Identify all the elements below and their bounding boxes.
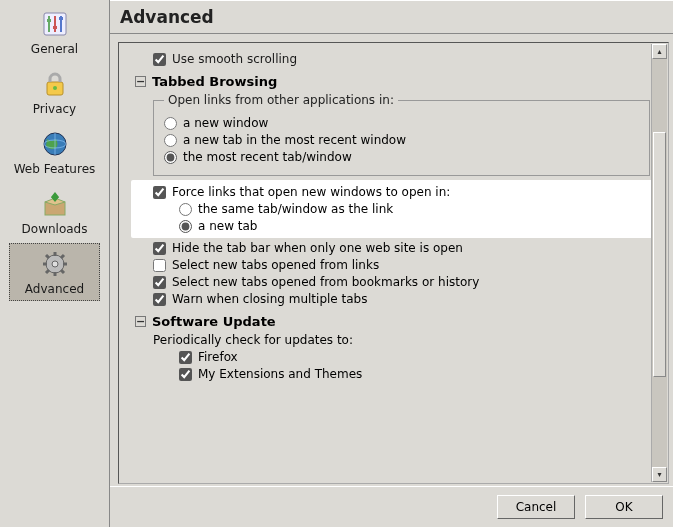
scroll-up-icon[interactable]: ▴ [652, 44, 667, 59]
sidebar-item-general[interactable]: General [9, 3, 100, 61]
scroll-track[interactable] [652, 59, 667, 467]
open-links-group: Open links from other applications in: a… [153, 93, 650, 176]
sidebar-item-advanced[interactable]: Advanced [9, 243, 100, 301]
open-new-tab-recent-label: a new tab in the most recent window [183, 133, 406, 147]
sidebar-item-downloads[interactable]: Downloads [9, 183, 100, 241]
cancel-button[interactable]: Cancel [497, 495, 575, 519]
sidebar-label: Web Features [14, 162, 96, 176]
update-subhead: Periodically check for updates to: [153, 333, 353, 347]
svg-line-23 [61, 270, 64, 273]
open-most-recent-radio[interactable] [164, 151, 177, 164]
ok-button[interactable]: OK [585, 495, 663, 519]
lock-icon [39, 68, 71, 100]
collapse-icon[interactable]: − [135, 316, 146, 327]
settings-panel: Use smooth scrolling − Tabbed Browsing O… [118, 42, 669, 484]
section-title: Software Update [152, 314, 276, 329]
update-extensions-checkbox[interactable] [179, 368, 192, 381]
svg-line-24 [61, 255, 64, 258]
sliders-icon [39, 8, 71, 40]
warn-closing-label: Warn when closing multiple tabs [172, 292, 367, 306]
sidebar-item-privacy[interactable]: Privacy [9, 63, 100, 121]
select-links-checkbox[interactable] [153, 259, 166, 272]
open-new-tab-recent-radio[interactable] [164, 134, 177, 147]
open-most-recent-label: the most recent tab/window [183, 150, 352, 164]
svg-point-17 [52, 261, 58, 267]
gear-icon [39, 248, 71, 280]
open-new-window-label: a new window [183, 116, 268, 130]
scroll-down-icon[interactable]: ▾ [652, 467, 667, 482]
svg-line-25 [46, 270, 49, 273]
force-new-tab-radio[interactable] [179, 220, 192, 233]
section-title: Tabbed Browsing [152, 74, 277, 89]
force-links-label: Force links that open new windows to ope… [172, 185, 450, 199]
update-extensions-label: My Extensions and Themes [198, 367, 362, 381]
hide-tab-bar-checkbox[interactable] [153, 242, 166, 255]
smooth-scrolling-label: Use smooth scrolling [172, 52, 297, 66]
sidebar-label: Privacy [33, 102, 76, 116]
force-same-tab-label: the same tab/window as the link [198, 202, 393, 216]
force-same-tab-radio[interactable] [179, 203, 192, 216]
preferences-sidebar: General Privacy Web Feature [0, 0, 110, 527]
sidebar-label: Advanced [25, 282, 84, 296]
svg-line-22 [46, 255, 49, 258]
force-links-checkbox[interactable] [153, 186, 166, 199]
select-links-label: Select new tabs opened from links [172, 258, 379, 272]
hide-tab-bar-label: Hide the tab bar when only one web site … [172, 241, 463, 255]
warn-closing-checkbox[interactable] [153, 293, 166, 306]
update-firefox-label: Firefox [198, 350, 238, 364]
download-box-icon [39, 188, 71, 220]
smooth-scrolling-checkbox[interactable] [153, 53, 166, 66]
select-bookmarks-checkbox[interactable] [153, 276, 166, 289]
svg-rect-4 [47, 19, 51, 22]
globe-icon [39, 128, 71, 160]
dialog-footer: Cancel OK [110, 486, 673, 527]
collapse-icon[interactable]: − [135, 76, 146, 87]
sidebar-label: Downloads [22, 222, 88, 236]
section-software-update[interactable]: − Software Update [135, 314, 654, 329]
page-title: Advanced [110, 0, 673, 34]
sidebar-label: General [31, 42, 78, 56]
force-new-tab-label: a new tab [198, 219, 257, 233]
svg-rect-5 [53, 26, 57, 29]
select-bookmarks-label: Select new tabs opened from bookmarks or… [172, 275, 479, 289]
sidebar-item-web-features[interactable]: Web Features [9, 123, 100, 181]
vertical-scrollbar[interactable]: ▴ ▾ [651, 44, 667, 482]
update-firefox-checkbox[interactable] [179, 351, 192, 364]
svg-rect-6 [59, 17, 63, 20]
section-tabbed-browsing[interactable]: − Tabbed Browsing [135, 74, 654, 89]
scroll-thumb[interactable] [653, 132, 666, 377]
open-new-window-radio[interactable] [164, 117, 177, 130]
svg-point-8 [53, 86, 57, 90]
open-links-legend: Open links from other applications in: [164, 93, 398, 107]
